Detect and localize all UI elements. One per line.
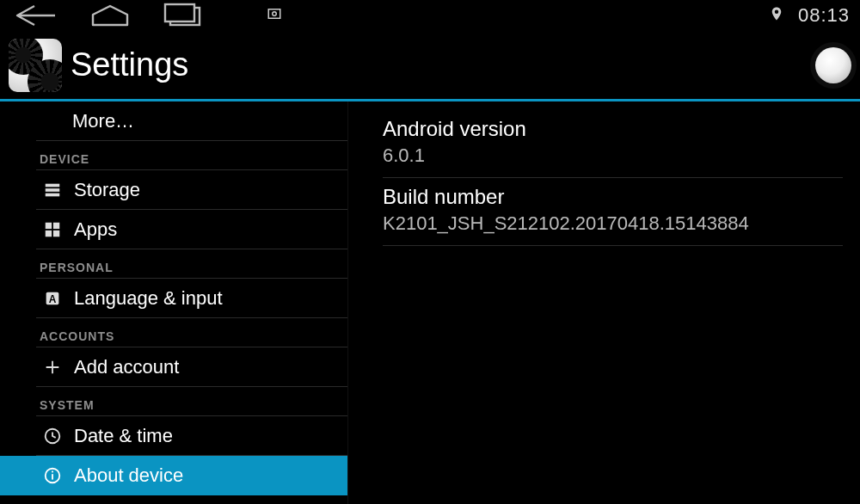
build-number-label: Build number (383, 185, 843, 209)
sidebar-item-label: Add account (74, 356, 179, 378)
sidebar-item-label: About device (74, 464, 183, 487)
assistive-touch-orb[interactable] (815, 47, 851, 83)
android-version-value: 6.0.1 (383, 144, 843, 167)
language-icon: A (43, 289, 62, 308)
settings-app-icon (9, 39, 62, 92)
svg-rect-9 (46, 230, 52, 236)
storage-icon (43, 181, 62, 200)
about-device-panel: Android version 6.0.1 Build number K2101… (348, 101, 860, 504)
back-button[interactable] (10, 3, 62, 28)
sidebar-item-date-time[interactable]: Date & time (36, 416, 347, 456)
sidebar-item-label: Storage (74, 179, 140, 201)
sidebar-item-storage[interactable]: Storage (36, 170, 347, 210)
svg-point-3 (273, 12, 277, 16)
sidebar-item-apps[interactable]: Apps (36, 210, 347, 249)
sidebar-item-language-input[interactable]: A Language & input (36, 279, 347, 318)
sidebar-item-add-account[interactable]: Add account (36, 347, 347, 387)
apps-icon (43, 220, 62, 239)
svg-rect-7 (46, 222, 52, 228)
sidebar-item-label: Language & input (74, 287, 223, 310)
svg-rect-2 (268, 9, 280, 19)
sidebar-item-label: More… (72, 110, 134, 132)
nav-buttons (10, 3, 282, 28)
title-bar: Settings (0, 31, 860, 101)
status-bar: 08:13 (0, 0, 860, 31)
screenshot-indicator-icon (267, 6, 282, 25)
sidebar-item-label: Date & time (74, 425, 173, 447)
sidebar-section-accounts: ACCOUNTS (36, 318, 347, 347)
svg-rect-8 (53, 222, 59, 228)
clock-icon (43, 427, 62, 446)
sidebar-item-about-device[interactable]: About device (0, 456, 347, 495)
sidebar-section-system: SYSTEM (36, 387, 347, 416)
svg-rect-5 (46, 188, 60, 192)
info-icon (43, 466, 62, 485)
svg-rect-4 (46, 183, 60, 187)
sidebar-item-more[interactable]: More… (36, 101, 347, 141)
svg-rect-15 (52, 474, 53, 479)
android-version-row[interactable]: Android version 6.0.1 (383, 110, 843, 178)
plus-icon (43, 358, 62, 377)
sidebar-section-personal: PERSONAL (36, 249, 347, 279)
android-version-label: Android version (383, 117, 843, 141)
build-number-value: K2101_JSH_S212102.20170418.15143884 (383, 212, 843, 235)
svg-rect-10 (53, 230, 59, 236)
sidebar-section-device: DEVICE (36, 141, 347, 170)
svg-rect-6 (46, 193, 60, 196)
location-icon (769, 6, 784, 25)
page-title: Settings (71, 46, 188, 83)
build-number-row[interactable]: Build number K2101_JSH_S212102.20170418.… (383, 178, 843, 246)
home-button[interactable] (84, 3, 136, 28)
recent-apps-button[interactable] (158, 3, 210, 28)
sidebar-item-label: Apps (74, 218, 117, 241)
svg-rect-1 (165, 4, 194, 22)
clock: 08:13 (798, 4, 850, 27)
settings-sidebar: More… DEVICE Storage Apps PERSONAL A Lan… (0, 101, 348, 504)
svg-rect-16 (52, 470, 53, 472)
svg-text:A: A (49, 292, 57, 304)
